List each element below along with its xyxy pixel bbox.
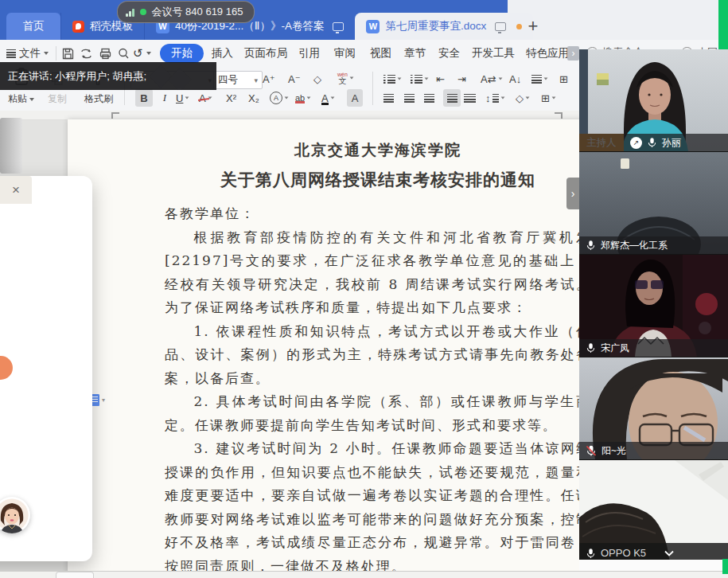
clear-format-button[interactable]: ◇ bbox=[313, 70, 321, 88]
distribute-button[interactable] bbox=[464, 89, 476, 107]
bold-button[interactable]: B bbox=[135, 89, 153, 107]
menu-more-button[interactable]: › bbox=[567, 40, 579, 67]
layout-grid-button[interactable]: ⊞ bbox=[559, 70, 568, 88]
video-tile-oppo-k5[interactable]: OPPO K5 bbox=[579, 460, 728, 564]
video-tile-yangguang[interactable]: 阳~光 bbox=[579, 357, 728, 460]
line-spacing-button[interactable]: ↕ bbox=[485, 89, 505, 107]
mic-muted-icon bbox=[586, 445, 597, 456]
menu-page-layout[interactable]: 页面布局 bbox=[244, 40, 287, 67]
menu-review[interactable]: 审阅 bbox=[334, 40, 356, 67]
tab-home[interactable]: 首页 bbox=[6, 13, 60, 40]
menu-view[interactable]: 视图 bbox=[370, 40, 391, 67]
menu-featured-apps[interactable]: 特色应用 bbox=[526, 40, 569, 67]
decrease-indent-button[interactable]: ⇤ bbox=[436, 70, 445, 88]
justify-icon bbox=[447, 94, 457, 103]
user-avatar[interactable] bbox=[0, 497, 30, 533]
participant-name-bar: ↗ 孙丽 bbox=[579, 134, 728, 151]
char-scale-button[interactable]: A⇄ bbox=[481, 70, 503, 88]
align-left-button[interactable] bbox=[383, 89, 394, 107]
menu-references[interactable]: 引用 bbox=[298, 40, 320, 67]
video-tile-songguangfeng[interactable]: 宋广凤 bbox=[579, 255, 728, 357]
chevron-down-icon: ▾ bbox=[102, 396, 105, 404]
shading-button[interactable]: ◇ bbox=[516, 89, 530, 107]
copy-button[interactable]: 复制 bbox=[48, 92, 67, 106]
meeting-id-pill[interactable]: 会议号 840 619 165 bbox=[117, 1, 255, 23]
enclosed-char-button[interactable]: A bbox=[270, 89, 289, 107]
chat-avatar-orange[interactable] bbox=[0, 356, 13, 380]
expand-panel-button[interactable]: › bbox=[566, 178, 579, 209]
hamburger-icon bbox=[6, 49, 16, 58]
increase-font-button[interactable]: A⁺ bbox=[263, 70, 275, 88]
doc-salutation: 各教学单位： bbox=[165, 202, 591, 226]
tab-strip: 首页 稻壳模板 W 40份-2019-2...（Ⅱ）》-A卷答案 W 第七周重要… bbox=[0, 13, 533, 40]
participant-name: 郑辉杰—化工系 bbox=[601, 239, 668, 252]
speaking-toast: 正在讲话: 小程序用户; 胡冉惠; bbox=[0, 62, 216, 90]
menu-security[interactable]: 安全 bbox=[438, 40, 460, 67]
monitor-icon bbox=[333, 22, 344, 31]
paste-button[interactable]: 粘贴 bbox=[8, 92, 34, 106]
increase-indent-button[interactable]: ⇥ bbox=[457, 70, 466, 88]
participant-name: 宋广凤 bbox=[601, 342, 629, 355]
menu-dev-tools[interactable]: 开发工具 bbox=[472, 40, 515, 67]
tab-document-2-label: 第七周重要事宜.docx bbox=[385, 19, 486, 33]
participant-name: OPPO K5 bbox=[601, 547, 646, 559]
numbered-list-button[interactable] bbox=[411, 70, 429, 88]
close-button[interactable]: × bbox=[0, 176, 32, 204]
align-left-icon bbox=[383, 94, 394, 103]
align-center-button[interactable] bbox=[404, 89, 415, 107]
participant-name: 阳~光 bbox=[601, 444, 626, 458]
ruler-margin-marker[interactable] bbox=[555, 112, 563, 119]
decrease-font-button[interactable]: A⁻ bbox=[288, 70, 301, 88]
background-window-edge bbox=[56, 572, 94, 578]
ruler-indent-marker[interactable] bbox=[111, 112, 119, 119]
strikethrough-button[interactable]: A bbox=[199, 89, 212, 107]
tab-document-2-active[interactable]: W 第七周重要事宜.docx bbox=[355, 13, 533, 40]
pinyin-guide-button[interactable]: wén文 bbox=[337, 69, 354, 87]
show-marks-button[interactable] bbox=[531, 70, 548, 88]
green-edge-bottom bbox=[722, 559, 728, 574]
italic-button[interactable]: I bbox=[157, 89, 173, 107]
underline-button[interactable]: U bbox=[176, 89, 189, 107]
highlight-button[interactable]: ab bbox=[295, 89, 311, 107]
green-edge-top bbox=[718, 0, 728, 49]
doc-title-line1: 北京交通大学海滨学院 bbox=[165, 139, 591, 161]
file-menu-label: 文件 bbox=[19, 46, 41, 61]
video-tile-sunli[interactable]: 主持人 ↗ 孙丽 bbox=[579, 49, 728, 152]
char-shading-button[interactable]: A bbox=[347, 89, 363, 107]
new-tab-button[interactable]: + bbox=[521, 14, 545, 38]
font-color-button[interactable]: A bbox=[321, 89, 335, 107]
align-right-button[interactable] bbox=[424, 89, 434, 107]
meeting-logo-icon bbox=[150, 65, 172, 88]
doc-title-line2: 关于第八周网络授课结束考核安排的通知 bbox=[165, 167, 591, 193]
overlapping-chat-window[interactable]: × bbox=[0, 176, 92, 561]
meeting-logo-icon bbox=[169, 68, 191, 90]
screen: 首页 稻壳模板 W 40份-2019-2...（Ⅱ）》-A卷答案 W 第七周重要… bbox=[0, 0, 728, 578]
signal-icon bbox=[126, 8, 134, 17]
paragraph-marks-icon bbox=[531, 75, 542, 84]
doc-paragraph: 1. 依课程性质和知识特点，考试方式以开卷或大作业（作品、设计、案例）的形式为主… bbox=[165, 320, 591, 391]
tab-home-label: 首页 bbox=[23, 19, 45, 33]
bullet-list-icon bbox=[383, 75, 395, 84]
magnifier-icon bbox=[117, 47, 130, 61]
monitor-icon bbox=[495, 22, 506, 31]
printer-icon bbox=[99, 47, 112, 61]
mic-on-icon bbox=[647, 137, 657, 148]
scrollbar-thumb[interactable] bbox=[0, 118, 22, 174]
sort-button[interactable]: A↓ bbox=[509, 70, 521, 88]
subscript-button[interactable]: X₂ bbox=[248, 89, 259, 107]
menu-section[interactable]: 章节 bbox=[404, 40, 426, 67]
borders-button[interactable]: ⊞ bbox=[541, 89, 556, 107]
superscript-button[interactable]: X² bbox=[226, 89, 236, 107]
export-icon bbox=[80, 47, 93, 61]
bullet-list-button[interactable] bbox=[383, 70, 402, 88]
save-icon bbox=[61, 47, 75, 61]
participant-name: 孙丽 bbox=[662, 136, 681, 150]
chevron-right-icon: › bbox=[567, 46, 579, 61]
video-tile-zhenghuijie[interactable]: 郑辉杰—化工系 bbox=[579, 152, 728, 255]
chevron-down-icon bbox=[44, 52, 49, 55]
justify-button[interactable] bbox=[443, 89, 461, 107]
format-painter-button[interactable]: 格式刷 bbox=[84, 92, 113, 106]
chevron-down-icon[interactable] bbox=[664, 550, 675, 557]
font-size-combo[interactable]: 四号▾ bbox=[213, 71, 263, 89]
doc-paragraph: 2. 具体考试时间由各学院（系、部）或任课教师与学生商定。任课教师要提前向学生告… bbox=[165, 390, 591, 437]
